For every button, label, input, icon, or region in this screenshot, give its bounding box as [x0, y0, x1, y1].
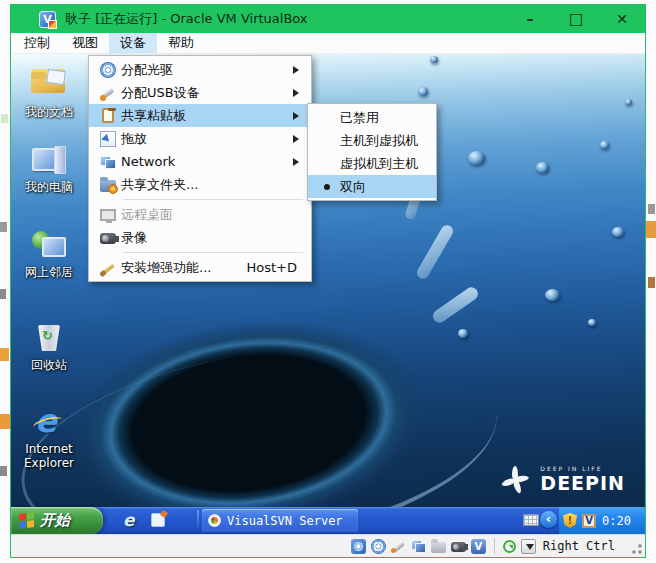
menu-item-label: 安装增强功能...	[121, 259, 246, 277]
taskbar-divider	[197, 510, 199, 531]
host-desktop-fragment	[0, 466, 7, 476]
resize-grip[interactable]	[632, 544, 642, 554]
devices-menu: 分配光驱 分配USB设备 共享粘贴板 拖放 Network 共享文件夹...	[88, 55, 312, 282]
harddisk-status-icon[interactable]	[351, 539, 366, 554]
close-button[interactable]	[599, 5, 645, 33]
taskbar-button-visualsvn[interactable]: VisualSVN Server	[202, 509, 358, 532]
window-controls	[507, 5, 645, 33]
keyboard-layout-icon[interactable]	[523, 514, 539, 526]
desktop-icon-internet-explorer[interactable]: Internet Explorer	[17, 406, 81, 470]
features-status-icon[interactable]	[471, 539, 486, 554]
optical-drive-icon	[95, 62, 121, 78]
menu-item-shared-clipboard[interactable]: 共享粘贴板	[89, 104, 311, 127]
screenshot-root: V 耿子 [正在运行] - Oracle VM VirtualBox 控制 视图…	[0, 0, 656, 563]
water-drop	[468, 151, 485, 165]
guest-additions-icon	[95, 260, 121, 276]
show-desktop-icon[interactable]	[151, 513, 165, 527]
desktop-icon-my-documents[interactable]: 我的文档	[17, 61, 81, 119]
menu-item-label: 共享文件夹...	[121, 176, 311, 194]
sharedfolders-status-icon[interactable]	[431, 542, 446, 553]
desktop-icon-label: Internet Explorer	[19, 442, 79, 470]
statusbar-separator	[494, 538, 495, 554]
menu-item-usb[interactable]: 分配USB设备	[89, 81, 311, 104]
visualsvn-icon	[208, 514, 221, 527]
titlebar[interactable]: V 耿子 [正在运行] - Oracle VM VirtualBox	[11, 5, 645, 33]
menu-machine[interactable]: 控制	[13, 33, 61, 53]
submenu-item-label: 虚拟机到主机	[340, 155, 436, 173]
security-shield-icon[interactable]	[563, 513, 577, 528]
submenu-item-label: 双向	[340, 178, 436, 196]
window-title: 耿子 [正在运行] - Oracle VM VirtualBox	[65, 10, 308, 28]
start-button[interactable]: 开始	[11, 507, 103, 534]
desktop-icon-label: 我的文档	[17, 105, 81, 119]
host-desktop-fragment	[0, 348, 9, 361]
host-desktop-fragment	[648, 277, 655, 288]
desktop-icon-my-computer[interactable]: 我的电脑	[17, 144, 81, 194]
recording-icon	[95, 231, 121, 244]
drag-drop-icon	[95, 131, 121, 147]
submenu-arrow-icon	[293, 89, 303, 97]
recording-status-icon[interactable]	[451, 542, 466, 552]
maximize-button[interactable]	[553, 5, 599, 33]
menu-view[interactable]: 视图	[61, 33, 109, 53]
wallpaper-splash	[415, 223, 455, 281]
deepin-logo: DEEP IN LIFE DEEPIN	[498, 462, 625, 496]
submenu-arrow-icon	[293, 135, 303, 143]
ie-quicklaunch-icon[interactable]: e	[123, 510, 141, 530]
windows-logo-icon	[19, 512, 34, 529]
submenu-item-disabled[interactable]: 已禁用	[308, 106, 436, 129]
menu-bar: 控制 视图 设备 帮助	[11, 33, 645, 54]
menu-item-label: 分配USB设备	[121, 84, 293, 102]
taskbar-clock[interactable]: 0:20	[602, 514, 631, 528]
water-drop	[588, 319, 596, 326]
menu-item-drag-drop[interactable]: 拖放	[89, 127, 311, 150]
menu-help[interactable]: 帮助	[157, 33, 205, 53]
host-desktop-fragment	[0, 289, 6, 299]
menu-item-label: 共享粘贴板	[121, 107, 293, 125]
menu-item-optical-drives[interactable]: 分配光驱	[89, 58, 311, 81]
water-drop	[418, 87, 428, 96]
desktop-icon-recycle-bin[interactable]: 回收站	[17, 322, 81, 372]
desktop-icon-label: 回收站	[17, 358, 81, 372]
hide-icons-chevron[interactable]	[540, 511, 557, 528]
host-desktop-fragment	[648, 204, 655, 214]
network-status-icon[interactable]	[411, 539, 426, 554]
submenu-arrow-icon	[293, 66, 303, 74]
usb-status-icon[interactable]	[391, 539, 406, 554]
menu-item-label: 拖放	[121, 130, 293, 148]
my-documents-icon	[31, 69, 65, 93]
minimize-button[interactable]	[507, 5, 553, 33]
menu-shortcut: Host+D	[246, 260, 297, 275]
task-button-label: VisualSVN Server	[227, 514, 343, 528]
radio-selected-icon	[324, 184, 330, 190]
mouse-integration-icon[interactable]	[503, 540, 516, 553]
keyboard-capture-icon[interactable]	[521, 539, 536, 554]
menu-item-label: 分配光驱	[121, 61, 293, 79]
recycle-bin-icon	[31, 322, 67, 356]
water-drop	[600, 141, 609, 149]
internet-explorer-icon	[31, 406, 67, 440]
deepin-swirl-icon	[498, 462, 532, 496]
usb-icon	[95, 85, 121, 101]
clipboard-submenu: 已禁用 主机到虚拟机 虚拟机到主机 双向	[307, 103, 437, 201]
desktop-icon-network-places[interactable]: 网上邻居	[17, 229, 81, 279]
submenu-item-host-to-guest[interactable]: 主机到虚拟机	[308, 129, 436, 152]
submenu-item-bidirectional[interactable]: 双向	[308, 175, 436, 198]
optical-status-icon[interactable]	[371, 539, 386, 554]
menu-devices[interactable]: 设备	[109, 33, 157, 53]
submenu-arrow-icon	[293, 112, 303, 120]
water-drop	[545, 289, 560, 301]
network-places-icon	[31, 229, 67, 263]
menu-item-recording[interactable]: 录像	[89, 226, 311, 249]
submenu-item-label: 主机到虚拟机	[340, 132, 436, 150]
submenu-item-label: 已禁用	[340, 109, 436, 127]
menu-item-shared-folders[interactable]: 共享文件夹...	[89, 173, 311, 196]
menu-item-label: 录像	[121, 229, 311, 247]
network-icon	[95, 154, 121, 170]
svn-tray-icon[interactable]	[582, 514, 596, 528]
water-drop	[536, 162, 549, 173]
deepin-brand: DEEPIN	[540, 474, 625, 493]
submenu-item-guest-to-host[interactable]: 虚拟机到主机	[308, 152, 436, 175]
menu-item-network[interactable]: Network	[89, 150, 311, 173]
menu-item-guest-additions[interactable]: 安装增强功能... Host+D	[89, 256, 311, 279]
